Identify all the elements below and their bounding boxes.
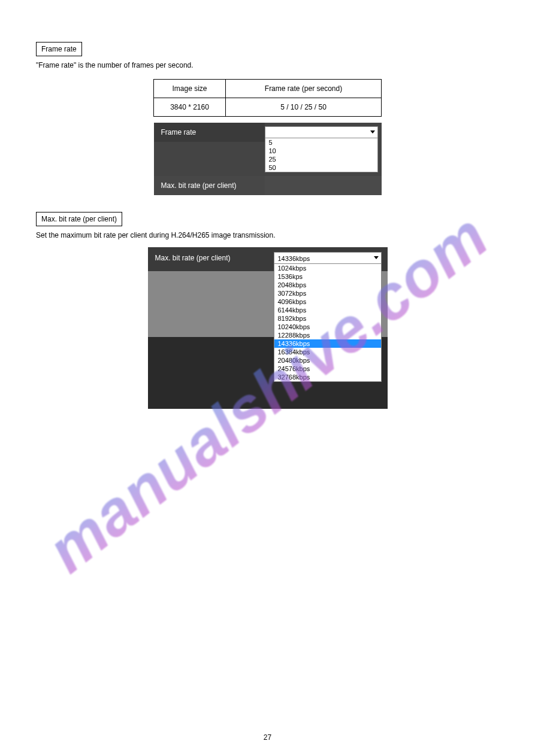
maxbitrate-option[interactable]: 16384kbps	[274, 348, 381, 356]
maxbitrate-option[interactable]: 1024kbps	[274, 264, 381, 272]
maxbitrate-option[interactable]: 1536kps	[274, 272, 381, 281]
page-root: Frame rate "Frame rate" is the number of…	[0, 0, 535, 756]
table-header-imagesize: Image size	[154, 79, 226, 98]
maxbitrate-select[interactable]: 14336kbps	[274, 252, 382, 264]
framerate-table: Image size Frame rate (per second) 3840 …	[153, 79, 382, 117]
maxbitrate-option[interactable]: 2048kbps	[274, 281, 381, 289]
maxbitrate-option[interactable]: 10240kbps	[274, 323, 381, 331]
framerate-option[interactable]: 25	[265, 155, 377, 163]
maxbitrate-option[interactable]: 8192kbps	[274, 314, 381, 323]
table-cell-imagesize-value: 3840 * 2160	[154, 98, 226, 116]
maxbitrate-option-highlighted[interactable]: 14336kbps	[274, 339, 381, 348]
maxbitrate-select-value: 14336kbps	[278, 255, 310, 262]
maxbitrate-option[interactable]: 24576kbps	[274, 365, 381, 373]
maxbitrate-option[interactable]: 32768kbps	[274, 373, 381, 381]
framerate-option[interactable]: 5	[265, 138, 377, 147]
chevron-down-icon	[374, 256, 379, 259]
maxbitrate-field-label-mini: Max. bit rate (per client)	[154, 176, 265, 195]
maxbitrate-section-label: Max. bit rate (per client)	[36, 212, 122, 226]
framerate-widget: Frame rate 5 10 25 50 Max. bit rate (per…	[154, 123, 382, 195]
framerate-description: "Frame rate" is the number of frames per…	[36, 61, 499, 71]
framerate-field-label: Frame rate	[154, 123, 265, 142]
maxbitrate-option[interactable]: 20480kbps	[274, 356, 381, 365]
page-number: 27	[0, 733, 535, 742]
chevron-down-icon	[370, 130, 375, 133]
table-header-framerate: Frame rate (per second)	[226, 79, 382, 98]
framerate-option[interactable]: 50	[265, 163, 377, 172]
framerate-select[interactable]	[265, 126, 378, 138]
framerate-dropdown: 5 10 25 50	[265, 138, 378, 172]
maxbitrate-field-label: Max. bit rate (per client)	[155, 254, 231, 262]
maxbitrate-description: Set the maximum bit rate per client duri…	[36, 231, 499, 241]
table-cell-framerate-value: 5 / 10 / 25 / 50	[226, 98, 382, 116]
maxbitrate-option[interactable]: 3072kbps	[274, 289, 381, 297]
framerate-section-label: Frame rate	[36, 42, 82, 56]
framerate-option[interactable]: 10	[265, 147, 377, 155]
maxbitrate-option[interactable]: 6144kbps	[274, 306, 381, 314]
table-row: 3840 * 2160 5 / 10 / 25 / 50	[154, 98, 382, 116]
maxbitrate-widget: Max. bit rate (per client) 14336kbps 102…	[148, 247, 388, 409]
maxbitrate-option[interactable]: 4096kbps	[274, 297, 381, 306]
table-row: Image size Frame rate (per second)	[154, 79, 382, 98]
maxbitrate-dropdown: 1024kbps 1536kps 2048kbps 3072kbps 4096k…	[274, 264, 382, 382]
maxbitrate-option[interactable]: 12288kbps	[274, 331, 381, 339]
